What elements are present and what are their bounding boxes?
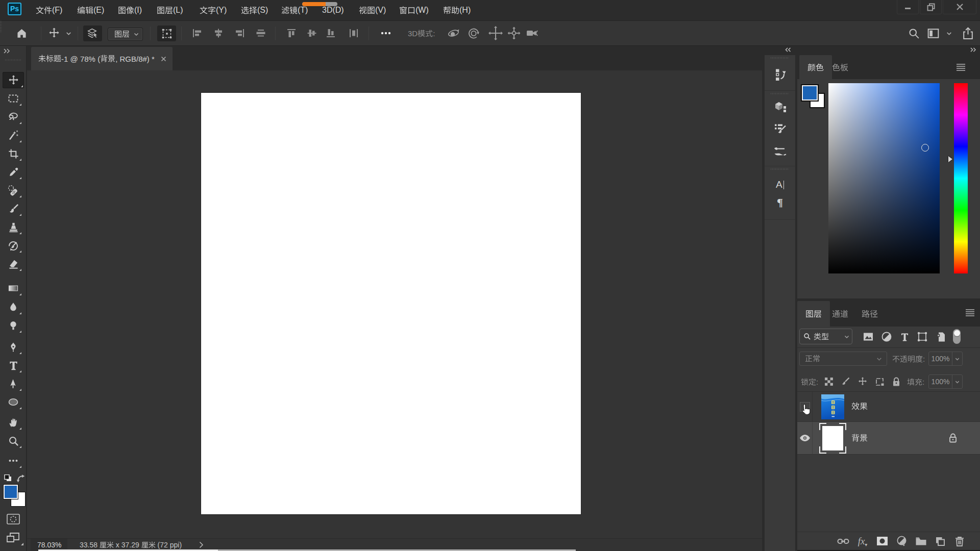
3d-roll-button[interactable] (466, 21, 481, 45)
show-transform-controls-toggle[interactable] (157, 26, 176, 41)
layer-row-background[interactable]: 背景 (797, 422, 980, 455)
3d-camera-button[interactable] (524, 21, 541, 45)
tool-type[interactable] (4, 357, 22, 373)
opacity-chevron[interactable] (952, 352, 962, 365)
panel-icon-brushes[interactable] (772, 143, 788, 159)
align-top-button[interactable] (285, 21, 298, 45)
menu-type[interactable]: 文字(Y)(Y) (200, 0, 227, 20)
tool-pen[interactable] (4, 339, 22, 355)
collapse-dock-button[interactable] (785, 47, 791, 52)
fill-field[interactable]: 100% (928, 374, 963, 389)
layer-thumbnail-background[interactable] (821, 425, 844, 452)
tool-spot-healing-brush[interactable] (4, 182, 22, 198)
workspace-button[interactable] (925, 21, 941, 45)
panel-icon-paragraph[interactable]: ¶ (772, 195, 788, 210)
layer-filtering-toggle[interactable] (953, 329, 961, 344)
dock-gripper[interactable] (771, 57, 789, 59)
panel-icon-brush-settings[interactable] (772, 121, 788, 136)
new-layer-button[interactable] (934, 535, 946, 547)
layer-visibility-cell[interactable] (797, 422, 813, 454)
blend-mode-dropdown[interactable]: 正常 (799, 352, 887, 366)
workspace-chevron[interactable] (944, 21, 953, 45)
zoom-level-field[interactable]: 78.03% (31, 539, 67, 550)
menu-help[interactable]: 帮助(H)(H) (443, 0, 471, 20)
color-cursor[interactable] (921, 144, 929, 152)
tool-more-tools[interactable] (4, 453, 22, 469)
minimize-button[interactable] (897, 0, 919, 14)
layer-filter-type-dropdown[interactable]: 类型 (799, 329, 852, 344)
tool-magic-wand[interactable] (4, 127, 22, 143)
filter-pixel-layers-button[interactable] (861, 330, 875, 344)
tool-eraser[interactable] (4, 256, 22, 272)
lock-all-button[interactable] (890, 375, 903, 388)
layer-visibility-cell[interactable] (797, 392, 813, 421)
menu-layer[interactable]: 图层(L)(L) (157, 0, 183, 20)
swap-colors-button[interactable] (16, 473, 25, 483)
menu-edit[interactable]: 编辑(E)(E) (77, 0, 104, 20)
panel-icon-character[interactable]: A (772, 177, 788, 192)
filter-type-layers-button[interactable] (897, 330, 912, 344)
foreground-color-swatch[interactable] (802, 85, 818, 101)
color-panel-menu-button[interactable] (956, 63, 966, 71)
close-button[interactable] (943, 0, 976, 14)
add-layer-mask-button[interactable] (876, 535, 888, 547)
foreground-color-swatch[interactable] (4, 485, 18, 499)
document-tab-close[interactable] (160, 56, 169, 62)
tool-preset-chevron[interactable] (64, 21, 72, 45)
saturation-brightness-field[interactable] (828, 83, 940, 273)
new-adjustment-layer-button[interactable] (895, 535, 908, 547)
link-layers-button[interactable] (837, 535, 849, 547)
auto-select-toggle[interactable] (83, 26, 102, 41)
menu-select[interactable]: 选择(S)(S) (241, 0, 268, 20)
options-bar-gripper[interactable] (0, 21, 2, 33)
document-tab[interactable]: 未标题-1 @ 78% (背景, RGB/8#) *-1 @ 78% (, RG… (31, 47, 173, 70)
distribute-vertical-button[interactable] (347, 21, 360, 45)
quick-mask-button[interactable] (7, 514, 20, 524)
toolbar-gripper[interactable] (5, 59, 21, 61)
filter-adjustment-layers-button[interactable] (879, 330, 894, 344)
opacity-field[interactable]: 100% (928, 352, 963, 366)
align-right-button[interactable] (233, 21, 247, 45)
dock-gripper[interactable] (771, 168, 789, 170)
panel-icon-3d[interactable] (772, 98, 788, 114)
3d-slide-button[interactable] (506, 21, 522, 45)
align-center-horizontal-button[interactable] (212, 21, 225, 45)
filter-shape-layers-button[interactable] (915, 330, 929, 344)
3d-pan-button[interactable] (487, 21, 504, 45)
dock-gripper[interactable] (771, 93, 789, 94)
tool-path-selection[interactable] (4, 375, 22, 392)
hue-slider-arrow[interactable] (948, 156, 952, 162)
hue-slider[interactable] (954, 83, 968, 273)
layer-effects-button[interactable]: fx▾ (856, 535, 869, 547)
menu-image[interactable]: 图像(I)(I) (118, 0, 142, 20)
align-left-button[interactable] (190, 21, 204, 45)
lock-position-button[interactable] (856, 375, 869, 388)
panel-icon-history[interactable] (772, 67, 788, 82)
tool-ellipse-shape[interactable] (4, 394, 22, 410)
lock-transparent-pixels-button[interactable] (822, 375, 836, 388)
delete-layer-button[interactable] (953, 535, 966, 547)
tool-eyedropper[interactable] (4, 164, 22, 180)
lock-artboard-button[interactable] (873, 375, 886, 388)
tool-gradient[interactable] (4, 280, 22, 296)
tool-history-brush[interactable] (4, 237, 22, 254)
screen-mode-button[interactable] (6, 532, 20, 544)
new-group-button[interactable] (915, 535, 927, 547)
search-button[interactable] (906, 21, 921, 45)
default-colors-button[interactable] (4, 474, 12, 481)
share-button[interactable] (960, 21, 976, 45)
more-options-button[interactable] (378, 21, 394, 45)
justify-button[interactable] (253, 21, 268, 45)
layer-thumbnail-effect[interactable] (821, 394, 844, 419)
align-bottom-button[interactable] (324, 21, 337, 45)
document-canvas[interactable] (201, 93, 581, 514)
tool-brush[interactable] (4, 201, 22, 217)
expand-panels-button[interactable] (970, 47, 976, 52)
layer-row-effect[interactable]: 效果 (797, 392, 980, 422)
fill-chevron[interactable] (952, 375, 962, 388)
tool-crop[interactable] (4, 145, 22, 162)
tab-swatches[interactable]: 色板 (824, 55, 856, 79)
menu-file[interactable]: 文件(F)(F) (36, 0, 62, 20)
align-middle-vertical-button[interactable] (305, 21, 318, 45)
layers-panel-menu-button[interactable] (965, 309, 975, 316)
